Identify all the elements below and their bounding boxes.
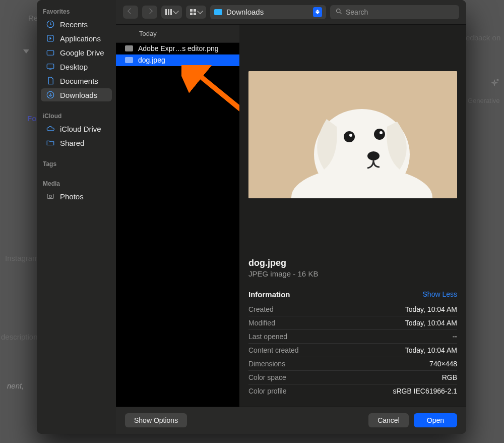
- chevron-left-icon: [128, 9, 133, 14]
- svg-line-9: [194, 71, 239, 121]
- info-key: Dimensions: [248, 360, 285, 368]
- chevron-down-icon: [197, 9, 203, 14]
- stepper-icon: [313, 7, 322, 17]
- show-less-link[interactable]: Show Less: [423, 290, 457, 298]
- shared-folder-icon: [46, 138, 55, 147]
- sidebar-item-label: iCloud Drive: [60, 125, 101, 133]
- sidebar-item-label: Documents: [60, 77, 98, 85]
- sidebar-section-tags: Tags: [37, 158, 116, 169]
- sidebar-item-label: Shared: [60, 139, 84, 147]
- svg-point-17: [367, 151, 380, 160]
- view-mode-button[interactable]: [161, 6, 182, 19]
- arrange-button[interactable]: [186, 6, 206, 19]
- svg-rect-3: [47, 50, 54, 55]
- annotation-arrow-icon: [181, 65, 239, 126]
- info-value: RGB: [442, 373, 457, 381]
- bg-generative-text: Generative: [468, 97, 500, 104]
- chevron-right-icon: [147, 9, 152, 14]
- file-list-header: Today: [116, 25, 239, 43]
- toolbar: Downloads: [116, 0, 466, 25]
- cloud-icon: [46, 124, 55, 133]
- sidebar-item-documents[interactable]: Documents: [41, 74, 112, 87]
- info-key: Content created: [248, 346, 299, 354]
- info-key: Modified: [248, 319, 275, 327]
- preview-pane: dog.jpeg JPEG image - 16 KB Information …: [239, 25, 466, 407]
- sidebar-item-label: Desktop: [60, 63, 88, 71]
- bg-fo-text: Fo: [27, 114, 36, 123]
- file-open-dialog: Favorites Recents Applications Google Dr…: [37, 0, 466, 434]
- preview-kind: JPEG image - 16 KB: [248, 269, 457, 278]
- sidebar-item-downloads[interactable]: Downloads: [41, 88, 112, 101]
- info-value: 740×448: [429, 360, 457, 368]
- cancel-button[interactable]: Cancel: [368, 413, 409, 427]
- dialog-footer: Show Options Cancel Open: [116, 407, 466, 434]
- svg-point-7: [49, 195, 52, 198]
- svg-point-0: [497, 79, 498, 81]
- location-select[interactable]: Downloads: [210, 5, 326, 19]
- search-icon: [335, 8, 343, 17]
- chevron-down-icon: [23, 49, 29, 53]
- file-row[interactable]: Adobe Expr…s editor.png: [116, 43, 239, 54]
- search-field-wrapper[interactable]: [330, 5, 459, 19]
- desktop-icon: [46, 62, 55, 71]
- nav-back-button[interactable]: [123, 6, 138, 19]
- sidebar-item-shared[interactable]: Shared: [41, 136, 112, 149]
- info-key: Created: [248, 305, 274, 313]
- sidebar: Favorites Recents Applications Google Dr…: [37, 0, 116, 434]
- sidebar-item-label: Downloads: [60, 91, 97, 99]
- svg-point-16: [380, 131, 383, 134]
- file-name: dog.jpeg: [138, 56, 233, 64]
- open-button[interactable]: Open: [414, 413, 457, 427]
- png-file-icon: [125, 45, 133, 51]
- info-value: --: [453, 333, 457, 341]
- nav-forward-button[interactable]: [142, 6, 157, 19]
- bg-feedback-text: edback on: [466, 33, 500, 42]
- drive-icon: [46, 48, 55, 57]
- sparkle-icon: [489, 78, 500, 89]
- information-heading: Information: [248, 290, 290, 299]
- jpeg-file-icon: [125, 57, 133, 63]
- folder-icon: [214, 9, 222, 15]
- document-icon: [46, 76, 55, 85]
- photos-icon: [46, 192, 55, 201]
- columns-view-icon: [165, 9, 172, 15]
- sidebar-item-label: Recents: [60, 20, 88, 29]
- bg-description-text: description: [1, 333, 38, 341]
- sidebar-item-photos[interactable]: Photos: [41, 190, 112, 203]
- show-options-button[interactable]: Show Options: [125, 413, 187, 427]
- sidebar-item-label: Applications: [60, 34, 101, 43]
- grid-icon: [190, 9, 196, 15]
- sidebar-item-icloud-drive[interactable]: iCloud Drive: [41, 122, 112, 135]
- bg-instagram-text: Instagram: [5, 254, 39, 262]
- info-key: Color profile: [248, 387, 286, 395]
- info-table: CreatedToday, 10:04 AM ModifiedToday, 10…: [248, 303, 457, 398]
- svg-rect-6: [47, 194, 53, 199]
- sidebar-item-recents[interactable]: Recents: [41, 18, 112, 31]
- file-name: Adobe Expr…s editor.png: [138, 44, 233, 52]
- downloads-icon: [46, 90, 55, 99]
- sidebar-item-desktop[interactable]: Desktop: [41, 60, 112, 73]
- sidebar-section-favorites: Favorites: [37, 6, 116, 17]
- sidebar-item-applications[interactable]: Applications: [41, 32, 112, 45]
- chevron-down-icon: [173, 9, 178, 14]
- svg-point-15: [349, 134, 352, 137]
- location-label: Downloads: [226, 8, 264, 16]
- sidebar-item-google-drive[interactable]: Google Drive: [41, 46, 112, 59]
- file-list: Today Adobe Expr…s editor.png dog.jpeg: [116, 25, 239, 407]
- info-value: Today, 10:04 AM: [405, 346, 457, 354]
- preview-filename: dog.jpeg: [248, 258, 457, 268]
- info-value: sRGB IEC61966-2.1: [393, 387, 457, 395]
- info-key: Last opened: [248, 333, 287, 341]
- clock-icon: [46, 20, 55, 29]
- info-value: Today, 10:04 AM: [405, 319, 457, 327]
- svg-point-8: [337, 9, 341, 13]
- bg-ment-text: nent,: [7, 381, 24, 390]
- applications-icon: [46, 34, 55, 43]
- info-value: Today, 10:04 AM: [405, 305, 457, 313]
- svg-point-13: [344, 131, 355, 142]
- svg-rect-4: [47, 64, 54, 69]
- search-input[interactable]: [346, 8, 454, 16]
- sidebar-section-icloud: iCloud: [37, 110, 116, 121]
- sidebar-item-label: Photos: [60, 192, 84, 201]
- file-row[interactable]: dog.jpeg: [116, 54, 239, 66]
